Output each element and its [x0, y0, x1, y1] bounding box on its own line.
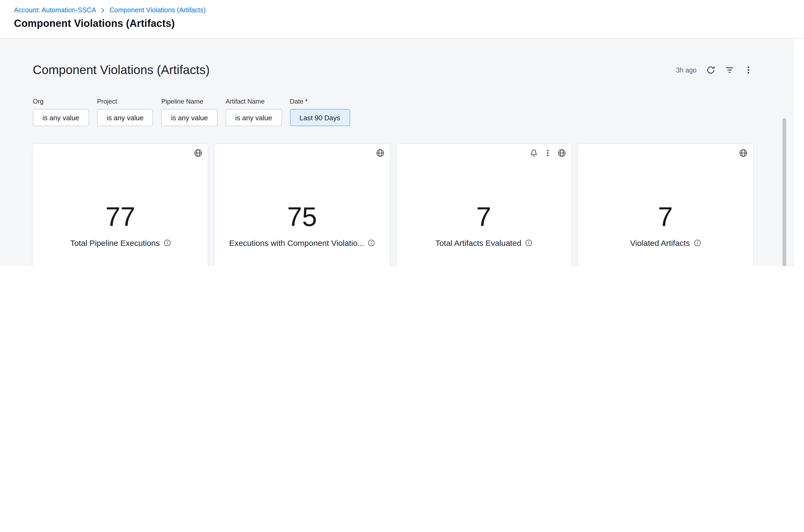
- info-icon[interactable]: [525, 239, 532, 246]
- filter-value-button[interactable]: Last 90 Days: [290, 109, 350, 126]
- stat-value: 7: [396, 203, 572, 231]
- stat-value: 77: [33, 203, 208, 231]
- filter-bar: Org is any value Project is any value Pi…: [33, 98, 753, 126]
- tile-explore-globe-icon[interactable]: [376, 149, 384, 157]
- info-icon[interactable]: [694, 239, 700, 246]
- breadcrumb: Account: Automation-SSCA Component Viola…: [14, 6, 804, 14]
- stat-value: 7: [578, 203, 753, 231]
- alert-bell-icon[interactable]: [529, 149, 538, 157]
- filter-value-button[interactable]: is any value: [162, 109, 218, 126]
- filter-value-button[interactable]: is any value: [97, 109, 153, 126]
- app-window: Account: Automation-SSCA Component Viola…: [0, 0, 804, 266]
- stat-tile: 7 Total Artifacts Evaluated: [396, 144, 572, 266]
- tile-explore-globe-icon[interactable]: [194, 149, 203, 157]
- stat-tile: 7 Violated Artifacts: [578, 144, 753, 266]
- last-refreshed-label: 3h ago: [676, 66, 697, 74]
- top-header: Account: Automation-SSCA Component Viola…: [0, 0, 804, 39]
- dashboard-title: Component Violations (Artifacts): [33, 63, 210, 77]
- kebab-menu-icon[interactable]: [744, 65, 753, 75]
- info-icon[interactable]: [368, 239, 375, 246]
- stat-tiles: 77 Total Pipeline Executions 75 Executio…: [33, 144, 753, 266]
- filter-icon[interactable]: [725, 65, 734, 75]
- filter-group: Date * Last 90 Days: [290, 98, 350, 126]
- vertical-scrollbar-thumb[interactable]: [783, 118, 786, 266]
- breadcrumb-page-link[interactable]: Component Violations (Artifacts): [110, 6, 206, 14]
- stat-tile: 75 Executions with Component Violatio...: [214, 144, 390, 266]
- stat-label: Violated Artifacts: [630, 238, 690, 247]
- filter-label: Pipeline Name: [162, 98, 218, 105]
- filter-group: Project is any value: [97, 98, 153, 126]
- stat-tile: 77 Total Pipeline Executions: [33, 144, 208, 266]
- stat-label: Total Artifacts Evaluated: [435, 238, 521, 247]
- breadcrumb-account-link[interactable]: Account: Automation-SSCA: [14, 6, 96, 14]
- page-title: Component Violations (Artifacts): [14, 18, 804, 30]
- info-icon[interactable]: [164, 239, 170, 246]
- stat-label: Total Pipeline Executions: [70, 238, 160, 247]
- stat-label: Executions with Component Violatio...: [229, 238, 364, 247]
- filter-group: Pipeline Name is any value: [162, 98, 218, 126]
- filter-label: Project: [97, 98, 153, 105]
- filter-group: Artifact Name is any value: [226, 98, 282, 126]
- filter-group: Org is any value: [33, 98, 89, 126]
- filter-label: Artifact Name: [226, 98, 282, 105]
- dashboard-area: Component Violations (Artifacts) 3h ago: [0, 39, 794, 266]
- tile-kebab-menu-icon[interactable]: [543, 149, 552, 157]
- tile-explore-globe-icon[interactable]: [739, 149, 748, 157]
- filter-value-button[interactable]: is any value: [33, 109, 89, 126]
- filter-value-button[interactable]: is any value: [226, 109, 282, 126]
- stat-value: 75: [214, 203, 390, 231]
- filter-label: Date *: [290, 98, 350, 105]
- refresh-icon[interactable]: [706, 65, 715, 75]
- chevron-right-icon: [101, 7, 105, 13]
- tile-explore-globe-icon[interactable]: [558, 149, 566, 157]
- filter-label: Org: [33, 98, 89, 105]
- dashboard-actions: 3h ago: [676, 65, 753, 75]
